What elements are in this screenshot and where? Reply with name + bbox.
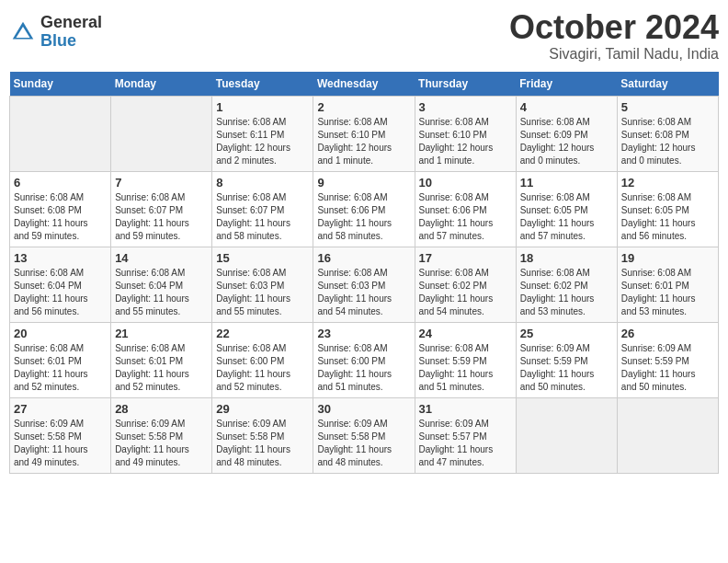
calendar-cell [516,397,617,473]
calendar-cell: 16Sunrise: 6:08 AM Sunset: 6:03 PM Dayli… [313,247,415,322]
day-info: Sunrise: 6:08 AM Sunset: 6:03 PM Dayligh… [317,267,410,318]
calendar-cell: 3Sunrise: 6:08 AM Sunset: 6:10 PM Daylig… [415,96,516,171]
day-number: 18 [520,251,613,265]
day-info: Sunrise: 6:09 AM Sunset: 5:58 PM Dayligh… [317,418,410,469]
logo-blue: Blue [40,32,102,51]
calendar-cell: 18Sunrise: 6:08 AM Sunset: 6:02 PM Dayli… [516,247,617,322]
day-number: 11 [520,176,613,190]
day-info: Sunrise: 6:08 AM Sunset: 6:10 PM Dayligh… [419,116,512,167]
day-number: 23 [317,327,410,340]
day-number: 4 [520,100,613,114]
day-number: 12 [621,176,714,190]
day-info: Sunrise: 6:08 AM Sunset: 6:00 PM Dayligh… [216,342,309,394]
day-number: 5 [621,100,714,114]
day-number: 15 [216,251,309,265]
day-info: Sunrise: 6:08 AM Sunset: 6:06 PM Dayligh… [317,191,410,243]
day-number: 26 [621,327,714,340]
day-info: Sunrise: 6:08 AM Sunset: 6:01 PM Dayligh… [14,342,107,394]
logo-general: General [40,14,102,32]
calendar-week: 13Sunrise: 6:08 AM Sunset: 6:04 PM Dayli… [10,247,719,322]
day-info: Sunrise: 6:08 AM Sunset: 6:08 PM Dayligh… [14,191,107,243]
header-row: Sunday Monday Tuesday Wednesday Thursday… [10,72,719,97]
logo: General Blue [9,14,102,51]
day-info: Sunrise: 6:08 AM Sunset: 6:04 PM Dayligh… [14,267,107,318]
logo-text: General Blue [40,14,102,51]
calendar-week: 20Sunrise: 6:08 AM Sunset: 6:01 PM Dayli… [10,322,719,397]
calendar-body: 1Sunrise: 6:08 AM Sunset: 6:11 PM Daylig… [10,96,719,473]
day-info: Sunrise: 6:09 AM Sunset: 5:57 PM Dayligh… [419,418,512,469]
day-number: 14 [115,251,208,265]
calendar-cell [617,397,718,473]
header-wednesday: Wednesday [313,72,415,97]
day-info: Sunrise: 6:08 AM Sunset: 6:01 PM Dayligh… [621,267,714,318]
day-number: 13 [14,251,107,265]
calendar-cell: 1Sunrise: 6:08 AM Sunset: 6:11 PM Daylig… [212,96,313,171]
header-thursday: Thursday [415,72,516,97]
day-info: Sunrise: 6:08 AM Sunset: 6:02 PM Dayligh… [419,267,512,318]
page-header: General Blue October 2024 Sivagiri, Tami… [9,9,719,63]
header-sunday: Sunday [10,72,111,97]
day-info: Sunrise: 6:08 AM Sunset: 6:03 PM Dayligh… [216,267,309,318]
day-number: 25 [520,327,613,340]
logo-icon [9,18,37,46]
day-info: Sunrise: 6:08 AM Sunset: 6:02 PM Dayligh… [520,267,613,318]
calendar-cell: 26Sunrise: 6:09 AM Sunset: 5:59 PM Dayli… [617,322,718,397]
day-info: Sunrise: 6:08 AM Sunset: 6:05 PM Dayligh… [621,191,714,243]
calendar-cell: 23Sunrise: 6:08 AM Sunset: 6:00 PM Dayli… [313,322,415,397]
day-number: 9 [317,176,410,190]
calendar-cell: 9Sunrise: 6:08 AM Sunset: 6:06 PM Daylig… [313,171,415,247]
calendar-cell: 31Sunrise: 6:09 AM Sunset: 5:57 PM Dayli… [415,397,516,473]
day-number: 17 [419,251,512,265]
day-number: 27 [14,402,107,416]
calendar-cell: 20Sunrise: 6:08 AM Sunset: 6:01 PM Dayli… [10,322,111,397]
header-monday: Monday [111,72,212,97]
calendar-cell: 6Sunrise: 6:08 AM Sunset: 6:08 PM Daylig… [10,171,111,247]
day-info: Sunrise: 6:09 AM Sunset: 5:58 PM Dayligh… [14,418,107,469]
calendar-cell: 4Sunrise: 6:08 AM Sunset: 6:09 PM Daylig… [516,96,617,171]
day-info: Sunrise: 6:08 AM Sunset: 6:06 PM Dayligh… [419,191,512,243]
calendar-header: Sunday Monday Tuesday Wednesday Thursday… [10,72,719,97]
day-number: 6 [14,176,107,190]
calendar-cell: 8Sunrise: 6:08 AM Sunset: 6:07 PM Daylig… [212,171,313,247]
day-info: Sunrise: 6:09 AM Sunset: 5:58 PM Dayligh… [216,418,309,469]
calendar-cell: 27Sunrise: 6:09 AM Sunset: 5:58 PM Dayli… [10,397,111,473]
day-info: Sunrise: 6:08 AM Sunset: 6:07 PM Dayligh… [115,191,208,243]
calendar-cell: 29Sunrise: 6:09 AM Sunset: 5:58 PM Dayli… [212,397,313,473]
day-number: 10 [419,176,512,190]
calendar-cell: 15Sunrise: 6:08 AM Sunset: 6:03 PM Dayli… [212,247,313,322]
day-number: 20 [14,327,107,340]
header-saturday: Saturday [617,72,718,97]
day-number: 21 [115,327,208,340]
calendar-table: Sunday Monday Tuesday Wednesday Thursday… [9,72,719,474]
day-info: Sunrise: 6:08 AM Sunset: 6:04 PM Dayligh… [115,267,208,318]
day-info: Sunrise: 6:08 AM Sunset: 6:07 PM Dayligh… [216,191,309,243]
calendar-cell: 25Sunrise: 6:09 AM Sunset: 5:59 PM Dayli… [516,322,617,397]
day-info: Sunrise: 6:08 AM Sunset: 6:01 PM Dayligh… [115,342,208,394]
calendar-week: 1Sunrise: 6:08 AM Sunset: 6:11 PM Daylig… [10,96,719,171]
day-number: 28 [115,402,208,416]
calendar-cell: 21Sunrise: 6:08 AM Sunset: 6:01 PM Dayli… [111,322,212,397]
day-number: 24 [419,327,512,340]
calendar-cell: 12Sunrise: 6:08 AM Sunset: 6:05 PM Dayli… [617,171,718,247]
calendar-week: 27Sunrise: 6:09 AM Sunset: 5:58 PM Dayli… [10,397,719,473]
calendar-week: 6Sunrise: 6:08 AM Sunset: 6:08 PM Daylig… [10,171,719,247]
day-number: 2 [317,100,410,114]
day-info: Sunrise: 6:08 AM Sunset: 5:59 PM Dayligh… [419,342,512,394]
calendar-cell: 11Sunrise: 6:08 AM Sunset: 6:05 PM Dayli… [516,171,617,247]
calendar-cell: 14Sunrise: 6:08 AM Sunset: 6:04 PM Dayli… [111,247,212,322]
calendar-cell [111,96,212,171]
day-number: 3 [419,100,512,114]
day-number: 8 [216,176,309,190]
day-info: Sunrise: 6:08 AM Sunset: 6:09 PM Dayligh… [520,116,613,167]
calendar-cell: 10Sunrise: 6:08 AM Sunset: 6:06 PM Dayli… [415,171,516,247]
day-info: Sunrise: 6:08 AM Sunset: 6:11 PM Dayligh… [216,116,309,167]
day-info: Sunrise: 6:08 AM Sunset: 6:10 PM Dayligh… [317,116,410,167]
day-info: Sunrise: 6:09 AM Sunset: 5:59 PM Dayligh… [621,342,714,394]
location: Sivagiri, Tamil Nadu, India [509,46,719,63]
day-number: 7 [115,176,208,190]
header-tuesday: Tuesday [212,72,313,97]
day-info: Sunrise: 6:08 AM Sunset: 6:08 PM Dayligh… [621,116,714,167]
calendar-cell: 22Sunrise: 6:08 AM Sunset: 6:00 PM Dayli… [212,322,313,397]
title-block: October 2024 Sivagiri, Tamil Nadu, India [509,9,719,63]
day-number: 29 [216,402,309,416]
